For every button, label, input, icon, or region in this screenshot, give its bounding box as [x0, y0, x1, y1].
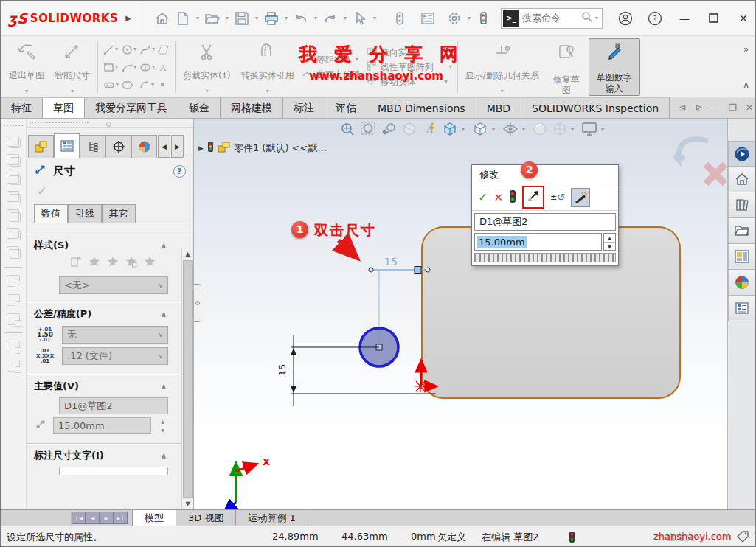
chevron-down-icon[interactable]: ▾: [593, 15, 600, 21]
ribbon-collapse-icon[interactable]: ∧: [743, 80, 749, 90]
tab-features[interactable]: 特征: [1, 97, 43, 118]
modify-dialog[interactable]: 修改 ✓ ✕ ±↺ D1@草图2 15.00mm ▲▼: [471, 164, 619, 266]
collapse-chevron-icon[interactable]: ∧: [161, 383, 167, 391]
exit-sketch-button[interactable]: 退出草图 ▾: [4, 38, 49, 96]
repair-sketch-button[interactable]: 修复草图: [544, 38, 589, 96]
pane-right-icon[interactable]: ⊵: [695, 102, 702, 113]
scroll-up-icon[interactable]: ▲: [182, 248, 193, 259]
chevron-down-icon[interactable]: ▾: [71, 88, 74, 95]
undo-icon[interactable]: [291, 9, 311, 28]
plane-tool[interactable]: [157, 41, 170, 58]
trim-entities-button[interactable]: 剪裁实体(T) ▾: [178, 38, 236, 96]
apply-default-style-icon[interactable]: [70, 256, 82, 270]
spin-up-icon[interactable]: ▲: [157, 417, 168, 426]
chevron-down-icon[interactable]: ▾: [501, 88, 504, 95]
menu-flyout-icon[interactable]: ▶: [125, 14, 131, 22]
chevron-down-icon[interactable]: ▾: [194, 15, 201, 21]
hide-show-items-icon[interactable]: ▾: [502, 122, 527, 136]
chevron-down-icon[interactable]: ▾: [569, 126, 576, 133]
zoom-area-icon[interactable]: [361, 122, 376, 136]
dimension-name-field[interactable]: D1@草图2: [474, 213, 616, 231]
section-view-icon[interactable]: [402, 122, 417, 136]
reverse-direction-icon[interactable]: [34, 419, 47, 433]
confirmation-corner-exit-icon[interactable]: [674, 139, 708, 160]
chevron-down-icon[interactable]: ▾: [465, 15, 473, 21]
view-cube-icon[interactable]: [10, 249, 21, 259]
close-button[interactable]: ✕: [731, 7, 756, 29]
doc-minimize-icon[interactable]: —: [711, 102, 720, 113]
configurationmanager-tab[interactable]: [80, 135, 105, 158]
display-pane-icon[interactable]: [418, 9, 437, 28]
chevron-down-icon[interactable]: ▾: [115, 63, 118, 71]
chevron-down-icon[interactable]: ▾: [341, 15, 349, 21]
view-orientation-icon[interactable]: ▾: [442, 122, 467, 136]
save-icon[interactable]: [232, 9, 252, 28]
chevron-down-icon[interactable]: ▾: [460, 126, 467, 133]
precision-select[interactable]: .12 (文件)∨: [62, 347, 168, 365]
search-icon[interactable]: [581, 11, 593, 25]
sketch-circle[interactable]: [360, 328, 398, 366]
doc-close-icon[interactable]: ✕: [746, 102, 753, 113]
toolbar-grip[interactable]: [4, 125, 23, 128]
subtab-value[interactable]: 数值: [34, 204, 68, 223]
custom-properties-tab[interactable]: [728, 296, 756, 321]
rebuild-icon[interactable]: [474, 9, 493, 28]
view-cube-icon[interactable]: [10, 212, 21, 222]
search-input[interactable]: [519, 13, 581, 24]
tolerance-select[interactable]: 无∨: [62, 326, 168, 344]
chevron-down-icon[interactable]: ▾: [115, 46, 118, 53]
edit-appearance-icon[interactable]: [533, 122, 547, 136]
panel-scrollbar[interactable]: ▲ ▼: [181, 248, 193, 509]
chevron-down-icon[interactable]: ▾: [25, 88, 28, 95]
sketch-numeric-input-toggle[interactable]: [571, 188, 590, 207]
feature-tree-flyout[interactable]: ▶ 零件1 (默认) <<默...: [198, 141, 327, 155]
fillet-tool[interactable]: ▾: [139, 76, 156, 94]
resize-grip[interactable]: ⋰: [749, 531, 756, 539]
spin-increment-icon[interactable]: ±↺: [550, 192, 565, 203]
layer-icon[interactable]: [7, 360, 20, 372]
chevron-down-icon[interactable]: ▾: [152, 63, 155, 71]
help-icon[interactable]: ?: [173, 165, 186, 178]
view-cube-icon[interactable]: [10, 175, 21, 185]
scroll-down-icon[interactable]: ▼: [182, 498, 193, 509]
graphics-viewport[interactable]: A ▾ ▾ ▾ ▾ ▾ ▶ 零件1 (默认) <<默...: [194, 119, 727, 509]
view-cube-icon[interactable]: [10, 157, 21, 167]
tab-mbd-dimensions[interactable]: MBD Dimensions: [367, 97, 476, 118]
chevron-down-icon[interactable]: ▾: [449, 63, 452, 71]
file-explorer-tab[interactable]: [728, 218, 756, 244]
dimxpertmanager-tab[interactable]: [105, 135, 131, 158]
modify-dialog-title[interactable]: 修改: [472, 165, 618, 184]
help-icon[interactable]: ?: [642, 7, 667, 29]
pane-left-icon[interactable]: ⊴: [679, 102, 686, 113]
tab-mesh-modeling[interactable]: 网格建模: [221, 97, 283, 118]
chevron-down-icon[interactable]: ▾: [266, 88, 269, 95]
displaymanager-tab[interactable]: [131, 135, 157, 158]
chevron-down-icon[interactable]: ▾: [205, 88, 208, 95]
value-spinner[interactable]: ▲▼: [603, 233, 616, 251]
tab-sheet-metal[interactable]: 钣金: [178, 97, 221, 118]
delete-style-icon[interactable]: [107, 256, 119, 270]
chevron-down-icon[interactable]: ▾: [599, 126, 606, 133]
dimension-text-box[interactable]: [59, 467, 168, 475]
slot-tool[interactable]: ▾: [103, 76, 119, 94]
home-tab[interactable]: [728, 167, 756, 192]
zoom-fit-icon[interactable]: [340, 122, 356, 136]
dimension-value-field[interactable]: 15.00mm: [53, 417, 151, 434]
chevron-down-icon[interactable]: ▾: [520, 126, 527, 133]
last-tab-button[interactable]: ▶❘: [114, 512, 128, 524]
chevron-down-icon[interactable]: ▾: [282, 15, 290, 21]
account-icon[interactable]: [613, 7, 638, 29]
chevron-down-icon[interactable]: ▾: [223, 15, 231, 21]
rectangle-tool[interactable]: ▾: [103, 58, 119, 76]
chevron-down-icon[interactable]: ▾: [312, 15, 319, 21]
tag-icon[interactable]: [737, 531, 749, 544]
featuremanager-tab[interactable]: [28, 135, 54, 158]
tab-share-tools[interactable]: 我爱分享网工具: [85, 97, 178, 118]
arc-tool[interactable]: ▾: [121, 58, 137, 76]
dimension-value-15-vertical[interactable]: 15: [277, 364, 288, 377]
circle-tool[interactable]: ▾: [121, 41, 137, 58]
value-spinner[interactable]: ▲▼: [157, 417, 168, 434]
ellipse-tool[interactable]: ▾: [139, 58, 156, 76]
print-icon[interactable]: [262, 9, 281, 28]
collapse-chevron-icon[interactable]: ∧: [161, 242, 167, 250]
